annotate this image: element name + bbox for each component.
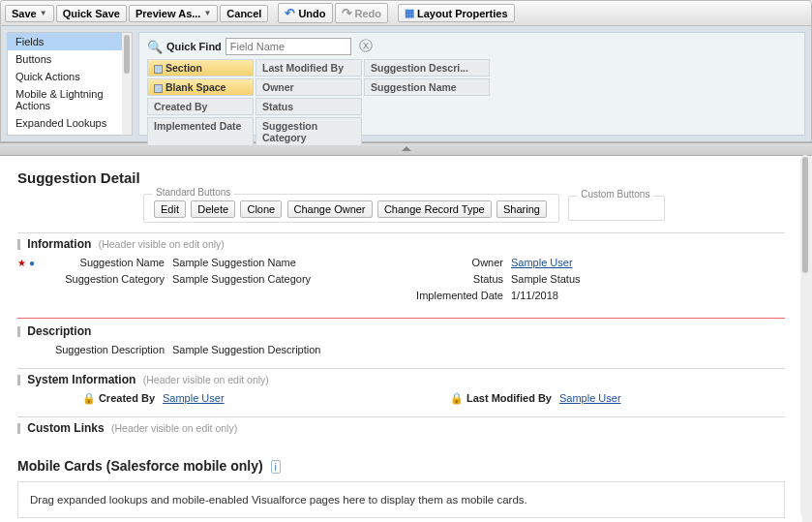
layout-properties-button[interactable]: ▦Layout Properties xyxy=(398,4,515,22)
field-label: Status xyxy=(405,271,511,288)
custom-buttons-legend: Custom Buttons xyxy=(577,189,653,200)
section-bar-icon xyxy=(17,239,20,250)
clone-button[interactable]: Clone xyxy=(240,200,282,218)
mobile-cards-dropzone[interactable]: Drag expanded lookups and mobile-enabled… xyxy=(17,481,785,518)
modified-by-link[interactable]: Sample User xyxy=(559,392,621,404)
layout-preview: Suggestion Detail Standard Buttons Edit … xyxy=(0,156,812,522)
caret-down-icon: ▼ xyxy=(40,9,47,17)
edit-button[interactable]: Edit xyxy=(154,200,186,218)
search-icon: 🔍 xyxy=(147,40,163,54)
section-header-description[interactable]: Description xyxy=(17,324,785,338)
detail-title: Suggestion Detail xyxy=(17,169,140,186)
section-header-information[interactable]: Information (Header visible on edit only… xyxy=(17,237,785,251)
section-title: Description xyxy=(27,324,91,338)
section-icon xyxy=(154,65,163,74)
chevron-up-icon xyxy=(402,146,411,151)
section-note: (Header visible on edit only) xyxy=(143,374,269,385)
standard-buttons-legend: Standard Buttons xyxy=(152,187,234,198)
section-bar-icon xyxy=(17,326,20,337)
required-icon: ★ xyxy=(17,258,26,268)
section-title: System Information xyxy=(27,373,135,386)
section-header-custom-links[interactable]: Custom Links (Header visible on edit onl… xyxy=(17,421,785,435)
undo-button[interactable]: ↶Undo xyxy=(278,3,332,23)
mobile-cards-header: Mobile Cards (Salesforce mobile only) i xyxy=(17,458,785,474)
lock-icon: 🔒 xyxy=(82,392,96,404)
field-value: Sample Status xyxy=(511,271,656,288)
field-label: Owner xyxy=(405,255,511,271)
editor-pane: Fields Buttons Quick Actions Mobile & Li… xyxy=(0,26,812,142)
info-icon[interactable]: i xyxy=(271,460,281,474)
owner-link[interactable]: Sample User xyxy=(511,257,573,268)
description-grid: Suggestion Description Sample Suggestion… xyxy=(17,342,785,358)
palette-created-by[interactable]: Created By xyxy=(147,98,254,115)
section-icon xyxy=(154,84,163,93)
field-label: Created By xyxy=(99,392,155,404)
field-value: Sample Suggestion Category xyxy=(172,271,405,288)
caret-down-icon: ▼ xyxy=(203,9,211,17)
palette-implemented-date[interactable]: Implemented Date xyxy=(147,117,254,146)
redo-button[interactable]: ↷Redo xyxy=(335,3,389,23)
delete-button[interactable]: Delete xyxy=(191,200,235,218)
field-label: Implemented Date xyxy=(405,288,511,304)
preview-scrollbar[interactable] xyxy=(800,155,810,517)
palette-suggestion-category[interactable]: Suggestion Category xyxy=(256,117,362,146)
palette-sidebar: Fields Buttons Quick Actions Mobile & Li… xyxy=(7,32,133,136)
palette-last-modified-by[interactable]: Last Modified By xyxy=(256,59,362,77)
field-value: Sample User xyxy=(511,255,656,271)
clear-icon[interactable]: ⓧ xyxy=(355,38,376,55)
sidebar-item-related-lists[interactable]: Related Lists xyxy=(8,132,132,136)
field-label: Suggestion Name xyxy=(37,255,172,271)
layout-properties-label: Layout Properties xyxy=(417,8,508,19)
sidebar-item-buttons[interactable]: Buttons xyxy=(8,50,132,68)
section-header-system-info[interactable]: System Information (Header visible on ed… xyxy=(17,373,785,386)
palette-owner[interactable]: Owner xyxy=(256,78,362,96)
mobile-cards-title: Mobile Cards (Salesforce mobile only) xyxy=(17,458,263,474)
section-note: (Header visible on edit only) xyxy=(111,422,237,434)
palette-section[interactable]: Section xyxy=(147,59,254,77)
change-record-type-button[interactable]: Change Record Type xyxy=(377,200,492,218)
palette-label: Blank Space xyxy=(165,81,226,93)
field-label: Suggestion Category xyxy=(37,271,172,288)
palette-suggestion-name[interactable]: Suggestion Name xyxy=(364,78,490,96)
sidebar-item-quick-actions[interactable]: Quick Actions xyxy=(8,68,132,85)
sidebar-scrollbar[interactable] xyxy=(122,33,132,135)
layout-icon: ▦ xyxy=(405,7,414,19)
field-label: Suggestion Description xyxy=(17,342,172,358)
lock-icon: 🔒 xyxy=(450,392,464,404)
sharing-button[interactable]: Sharing xyxy=(496,200,547,218)
palette-label: Section xyxy=(165,62,202,74)
field-value: Sample Suggestion Name xyxy=(172,255,405,271)
sidebar-item-expanded-lookups[interactable]: Expanded Lookups xyxy=(8,114,132,132)
save-label: Save xyxy=(12,8,37,19)
field-label: Last Modified By xyxy=(466,392,552,404)
preview-as-button[interactable]: Preview As...▼ xyxy=(129,5,218,22)
standard-buttons-group: Standard Buttons Edit Delete Clone Chang… xyxy=(143,194,559,223)
sidebar-item-fields[interactable]: Fields xyxy=(8,33,132,50)
undo-label: Undo xyxy=(298,8,325,19)
redo-icon: ↷ xyxy=(342,6,352,20)
section-bar-icon xyxy=(17,423,20,434)
created-by-link[interactable]: Sample User xyxy=(163,392,225,404)
change-owner-button[interactable]: Change Owner xyxy=(287,200,373,218)
information-grid: ★ ● Suggestion Name Sample Suggestion Na… xyxy=(17,255,785,304)
section-title: Custom Links xyxy=(27,421,104,435)
quick-find-input[interactable] xyxy=(226,38,351,55)
sidebar-item-mobile-actions[interactable]: Mobile & Lightning Actions xyxy=(8,85,132,114)
palette-blank-space[interactable]: Blank Space xyxy=(147,78,254,96)
preview-as-label: Preview As... xyxy=(135,8,200,19)
cancel-button[interactable]: Cancel xyxy=(220,5,268,22)
field-value: 1/11/2018 xyxy=(511,288,656,304)
field-palette: 🔍 Quick Find ⓧ Section Last Modified By … xyxy=(138,32,805,136)
redo-label: Redo xyxy=(355,8,382,19)
quick-find-label: Quick Find xyxy=(166,41,222,52)
toolbar: Save▼ Quick Save Preview As...▼ Cancel ↶… xyxy=(0,0,812,26)
section-note: (Header visible on edit only) xyxy=(99,238,225,250)
save-button[interactable]: Save▼ xyxy=(5,5,54,22)
section-bar-icon xyxy=(17,375,20,385)
custom-buttons-group: Custom Buttons xyxy=(568,196,665,221)
palette-status[interactable]: Status xyxy=(256,98,362,115)
undo-icon: ↶ xyxy=(285,6,295,20)
palette-suggestion-descr[interactable]: Suggestion Descri... xyxy=(364,59,490,77)
field-dot-icon: ● xyxy=(29,258,35,268)
quick-save-button[interactable]: Quick Save xyxy=(56,5,127,22)
